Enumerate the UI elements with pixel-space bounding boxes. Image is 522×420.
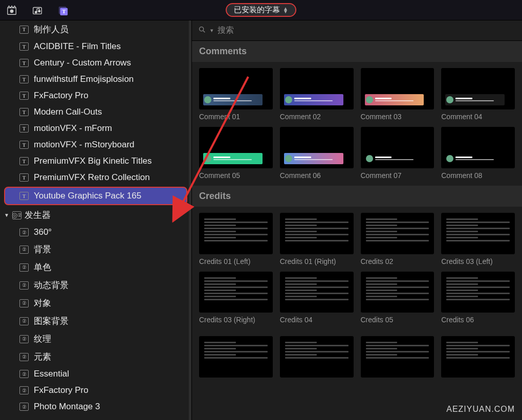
preset-tile[interactable]: Credits 04: [280, 272, 354, 324]
section-header: Credits: [192, 186, 522, 207]
tile-thumbnail: [280, 213, 354, 254]
scrollbar-thumb[interactable]: [189, 153, 191, 189]
sidebar-generator-item[interactable]: ②360°: [0, 224, 191, 240]
generators-header[interactable]: ▼ ② 发生器: [0, 206, 191, 224]
preset-tile[interactable]: Comment 04: [441, 68, 515, 121]
sidebar-generator-item[interactable]: ②单色: [0, 258, 191, 276]
preset-tile[interactable]: Comment 02: [280, 68, 354, 121]
titles-icon[interactable]: T: [56, 4, 70, 16]
tile-label: Comment 05: [199, 171, 273, 180]
sidebar-title-item[interactable]: TCentury - Custom Arrows: [0, 55, 191, 71]
sidebar-title-item[interactable]: TModern Call-Outs: [0, 104, 191, 120]
tile-label: Credits 02: [361, 257, 434, 266]
tile-label: Comment 06: [280, 171, 354, 180]
svg-point-1: [10, 10, 13, 13]
preset-tile[interactable]: [361, 336, 434, 378]
content-area: ▾ 搜索 CommentsComment 01Comment 02Comment…: [192, 20, 522, 420]
top-toolbar: T 已安装的字幕 ▲▼: [0, 0, 522, 20]
preset-tile[interactable]: [280, 336, 354, 378]
clapperboard-icon[interactable]: [5, 4, 18, 16]
search-bar[interactable]: ▾ 搜索: [192, 20, 522, 41]
generator-badge-icon: ②: [19, 403, 29, 411]
sidebar-item-label: 360°: [34, 227, 52, 237]
sidebar-generator-item[interactable]: ②FxFactory Pro: [0, 382, 191, 399]
sidebar-generator-item[interactable]: ②对象: [0, 294, 191, 312]
filter-dropdown[interactable]: 已安装的字幕 ▲▼: [226, 3, 296, 17]
preset-tile[interactable]: Credits 03 (Left): [441, 213, 515, 266]
preset-tile[interactable]: [441, 336, 515, 378]
sidebar-generator-item[interactable]: ②Essential: [0, 366, 191, 382]
preset-tile[interactable]: Credits 01 (Left): [199, 213, 273, 266]
tile-thumbnail: [280, 272, 354, 313]
generators-label: 发生器: [25, 209, 51, 221]
preset-tile[interactable]: Comment 07: [361, 127, 434, 180]
generator-badge-icon: ②: [19, 228, 29, 236]
sidebar-title-item[interactable]: Tfunwithstuff Emojisplosion: [0, 71, 191, 87]
preset-tile[interactable]: Credits 05: [361, 272, 434, 324]
tile-thumbnail: [199, 213, 273, 254]
preset-tile[interactable]: Credits 03 (Right): [199, 272, 273, 324]
title-badge-icon: T: [19, 108, 29, 116]
sidebar-item-label: PremiumVFX Big Kinetic Titles: [34, 156, 152, 166]
sidebar: T制作人员TACIDBITE - Film TitlesTCentury - C…: [0, 20, 192, 420]
sidebar-generator-item[interactable]: ②Photo Montage 3: [0, 399, 191, 415]
sidebar-item-label: Photo Montage 3: [34, 402, 100, 412]
tile-thumbnail: [199, 272, 273, 313]
title-badge-icon: T: [19, 59, 29, 67]
preset-tile[interactable]: Credits 01 (Right): [280, 213, 354, 266]
sidebar-title-item[interactable]: TmotionVFX - mForm: [0, 120, 191, 137]
preset-tile[interactable]: Comment 05: [199, 127, 273, 180]
tile-thumbnail: [361, 127, 434, 168]
sidebar-generator-item[interactable]: ②元素: [0, 348, 191, 366]
preset-tile[interactable]: Credits 02: [361, 213, 434, 266]
preset-tile[interactable]: Comment 08: [441, 127, 515, 180]
tile-label: Comment 01: [199, 113, 273, 121]
tile-thumbnail: [361, 336, 434, 378]
sidebar-title-item[interactable]: TACIDBITE - Film Titles: [0, 38, 191, 55]
chevron-down-icon: ▾: [210, 27, 213, 34]
svg-text:T: T: [62, 8, 66, 14]
tile-thumbnail: [199, 127, 273, 168]
sidebar-title-item[interactable]: TPremiumVFX Retro Collection: [0, 169, 191, 186]
tile-label: Credits 06: [441, 316, 515, 324]
preset-tile[interactable]: [199, 336, 273, 378]
sidebar-generator-item[interactable]: ②背景: [0, 240, 191, 258]
preset-tile[interactable]: Comment 01: [199, 68, 273, 121]
tile-grid: [192, 330, 522, 384]
title-badge-icon: T: [19, 192, 29, 200]
sidebar-title-item[interactable]: TPremiumVFX Big Kinetic Titles: [0, 153, 191, 169]
generator-badge-icon: ②: [19, 335, 29, 343]
title-badge-icon: T: [19, 42, 29, 51]
sidebar-title-item[interactable]: TFxFactory Pro: [0, 87, 191, 104]
sidebar-item-label: 纹理: [34, 333, 51, 345]
generator-badge-icon: ②: [19, 386, 29, 394]
tile-thumbnail: [441, 272, 515, 313]
sidebar-item-label: FxFactory Pro: [34, 385, 89, 395]
tile-thumbnail: [280, 127, 354, 168]
title-badge-icon: T: [19, 75, 29, 83]
preset-tile[interactable]: Comment 06: [280, 127, 354, 180]
sidebar-title-item[interactable]: TmotionVFX - mStoryboard: [0, 137, 191, 153]
sidebar-title-item[interactable]: TYoutube Graphics Pack 165: [4, 187, 187, 205]
sidebar-item-label: Modern Call-Outs: [34, 107, 102, 117]
sidebar-item-label: 背景: [34, 244, 51, 255]
preset-tile[interactable]: Comment 03: [361, 68, 434, 121]
sidebar-item-label: Century - Custom Arrows: [34, 58, 131, 68]
generator-badge-icon: ②: [19, 317, 29, 325]
sidebar-generator-item[interactable]: ②纹理: [0, 330, 191, 348]
tile-grid: Comment 01Comment 02Comment 03Comment 04…: [192, 62, 522, 186]
sidebar-generator-item[interactable]: ②动态背景: [0, 276, 191, 294]
preset-tile[interactable]: Credits 06: [441, 272, 515, 324]
title-badge-icon: T: [19, 92, 29, 100]
svg-point-4: [38, 10, 40, 12]
sidebar-title-item[interactable]: T制作人员: [0, 20, 191, 38]
tile-thumbnail: [441, 127, 515, 168]
svg-point-8: [200, 27, 204, 31]
music-camera-icon[interactable]: [31, 4, 44, 16]
title-badge-icon: T: [19, 141, 29, 149]
sidebar-item-label: PremiumVFX Retro Collection: [34, 172, 150, 183]
tile-label: Credits 03 (Left): [441, 257, 515, 266]
tile-label: Comment 08: [441, 171, 515, 180]
tile-grid: Credits 01 (Left)Credits 01 (Right)Credi…: [192, 207, 522, 330]
sidebar-generator-item[interactable]: ②图案背景: [0, 312, 191, 330]
